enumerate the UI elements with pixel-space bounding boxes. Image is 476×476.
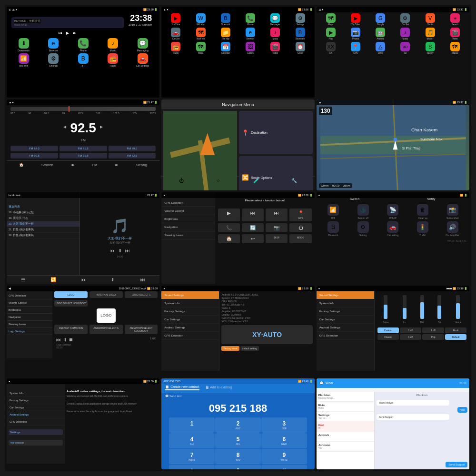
nav-tools-icon[interactable]: 🔧: [291, 178, 297, 183]
dialer-key-3[interactable]: 3DEF: [261, 417, 307, 433]
eq-sound[interactable]: Sound Settings: [317, 291, 374, 299]
app-video2[interactable]: 🎬Video: [444, 28, 466, 40]
app-car-set2[interactable]: ⚙Car Set: [394, 13, 416, 26]
music-skip-fwd-btn[interactable]: ⏭: [140, 277, 145, 282]
chat-contact-plankton[interactable]: Plankton Making things...: [317, 392, 374, 402]
app-wifi-map[interactable]: WWifi Map: [189, 13, 212, 26]
android-sysinfo[interactable]: System Info: [7, 390, 65, 397]
icon-item-settings[interactable]: ⚙ Settings: [39, 53, 67, 67]
switch-bt[interactable]: B Bluetooth: [319, 221, 347, 237]
play-btn[interactable]: ▶: [66, 31, 69, 35]
dialer-send-text[interactable]: 💬 Send text: [161, 393, 314, 398]
eq-lv-track[interactable]: [403, 295, 407, 319]
track-22[interactable]: 22. 群星-妹妹老乘风: [7, 233, 79, 238]
switch-wifi[interactable]: 📶 Wifi: [319, 204, 347, 219]
android-car[interactable]: Car Settings: [7, 404, 65, 411]
track-19[interactable]: 19. 庾澄庆-什么: [7, 216, 79, 221]
dialer-key-star[interactable]: *: [169, 465, 215, 469]
eq-preset-1db[interactable]: 1 dB: [400, 327, 421, 333]
radio-search-btn[interactable]: Search: [41, 163, 53, 167]
icon-item-bt[interactable]: B BT: [69, 53, 97, 67]
dialer-key-8[interactable]: 8TUV: [215, 449, 261, 464]
track-20[interactable]: 20. 大芝-我们不一样: [7, 221, 79, 227]
track-21[interactable]: 21. 群星-妹妹老乘风: [7, 227, 79, 233]
app-music3[interactable]: ♪Music: [394, 28, 416, 40]
preset-6[interactable]: FM 92.5: [109, 153, 156, 159]
func-prev-btn[interactable]: ⏮: [242, 208, 264, 221]
settings-gps[interactable]: GPS Detection: [161, 332, 219, 340]
preset-3[interactable]: FM 89.0: [109, 146, 156, 151]
android-factory[interactable]: Factory Settings: [7, 397, 65, 404]
func-disp-btn[interactable]: DISP: [266, 234, 288, 243]
logo-btn-internal[interactable]: INTERNAL LOGO: [89, 291, 123, 298]
func-back-btn[interactable]: ↩: [242, 234, 264, 243]
eq-android[interactable]: Android Settings: [317, 324, 374, 332]
radio-home-btn[interactable]: 🏠: [19, 163, 24, 167]
app-gps[interactable]: 📍GPS: [344, 42, 367, 54]
eq-preset-classic[interactable]: Classic: [377, 334, 399, 340]
chat-contact-johnson[interactable]: Johnson Yes: [317, 442, 374, 452]
android-android-settings[interactable]: Android Settings: [7, 411, 65, 418]
app-voolo[interactable]: VVoolo: [419, 13, 442, 26]
logo-gps[interactable]: GPS Detection: [7, 292, 52, 299]
func-steering[interactable]: Steering Learn: [161, 231, 215, 239]
freq-arrow-right[interactable]: ▶: [100, 125, 103, 129]
nav-destination-btn[interactable]: 📍 Destination: [239, 111, 313, 154]
nav-lab-icon[interactable]: 🧪: [253, 178, 259, 183]
app-maps4[interactable]: 🗺Maps2: [444, 42, 466, 54]
icon-item-radio[interactable]: 📻 Radio: [99, 53, 127, 67]
eq-preset-custom[interactable]: Custom: [377, 327, 399, 333]
nav-route-btn[interactable]: 🔀 Route Options: [239, 156, 313, 190]
radio-fm-btn[interactable]: FM: [92, 163, 98, 167]
radio-strong-btn[interactable]: Strong: [136, 163, 148, 167]
app-maps2[interactable]: 🗺Maps: [189, 42, 212, 54]
func-navigation[interactable]: Navigation: [161, 223, 215, 231]
func-camera-btn[interactable]: 📷: [266, 223, 288, 232]
app-photos[interactable]: 📷Photos: [344, 28, 367, 40]
icon-item-phone[interactable]: 📞 Phone: [69, 38, 97, 52]
icon-item-messaging[interactable]: 💬 Messaging: [129, 38, 157, 52]
switch-traffic[interactable]: 🚦 Traffic: [409, 221, 437, 237]
chat-contact-red[interactable]: Red Hi!: [317, 422, 374, 432]
app-bluetooth[interactable]: BBluetooth: [214, 13, 237, 26]
track-18[interactable]: 18. 小毛象-旅行记忆: [7, 210, 79, 216]
nav-bookmark-icon[interactable]: ☆: [216, 178, 220, 183]
preset-1[interactable]: FM 88.0: [10, 146, 58, 151]
preset-2[interactable]: FM 81.5: [60, 146, 107, 151]
func-volume[interactable]: Volume Control: [161, 207, 215, 215]
logo-settings-item[interactable]: Logo Settings: [7, 328, 52, 335]
chat-send-support-btn[interactable]: Send Support: [446, 462, 467, 467]
eq-preset-1db2[interactable]: 1 dB: [422, 327, 444, 333]
radio-prev-btn[interactable]: ⏮: [71, 163, 75, 167]
logo-brightness[interactable]: Brightness: [7, 307, 52, 314]
app-navfree[interactable]: 🗺NavFree: [189, 28, 212, 40]
music-next-btn[interactable]: ⏭: [125, 248, 130, 253]
switch-car-setting[interactable]: 🚗 Car setting: [379, 221, 407, 237]
eq-preset-1db3[interactable]: 1 dB: [400, 334, 421, 340]
dialer-tab-contacts[interactable]: 📋 Add to existing: [205, 386, 232, 389]
logo-btn-logo[interactable]: LOGO: [54, 291, 88, 298]
app-xx[interactable]: XXXX: [319, 42, 342, 54]
eq-voice-track[interactable]: [456, 295, 460, 319]
music-play-btn[interactable]: ⏸: [118, 248, 122, 253]
logo-pause-btn[interactable]: ⏸: [62, 337, 67, 342]
eq-preset-default[interactable]: Default: [445, 334, 466, 340]
eq-db-track[interactable]: [437, 295, 441, 319]
eq-subw-track[interactable]: [384, 295, 387, 319]
music-prev-btn[interactable]: ⏮: [110, 248, 115, 253]
switch-setting[interactable]: ⚙ Setting: [349, 221, 377, 237]
freq-arrow-left[interactable]: ◀: [63, 125, 66, 129]
logo-btn-select-1[interactable]: LOGO SELECT 1: [125, 291, 158, 298]
eq-gps[interactable]: GPS Detection: [317, 332, 374, 340]
settings-factory[interactable]: Factory Settings: [161, 307, 219, 316]
settings-android[interactable]: Android Settings: [161, 324, 219, 332]
app-clock[interactable]: ⏰Clock: [288, 42, 311, 54]
app-play[interactable]: ▶Play: [319, 28, 342, 40]
func-mode-btn[interactable]: MODE: [289, 234, 311, 243]
icon-item-downloads[interactable]: ⬇ Downloads: [10, 38, 38, 52]
app-youtube2[interactable]: ▶YouTube: [344, 13, 367, 26]
dialer-key-7[interactable]: 7PQRS: [169, 449, 215, 464]
app-bt2[interactable]: BBluetooth: [288, 28, 311, 40]
logo-steering[interactable]: Steering Learn: [7, 321, 52, 328]
logo-play-btn[interactable]: ⏮: [56, 337, 61, 342]
